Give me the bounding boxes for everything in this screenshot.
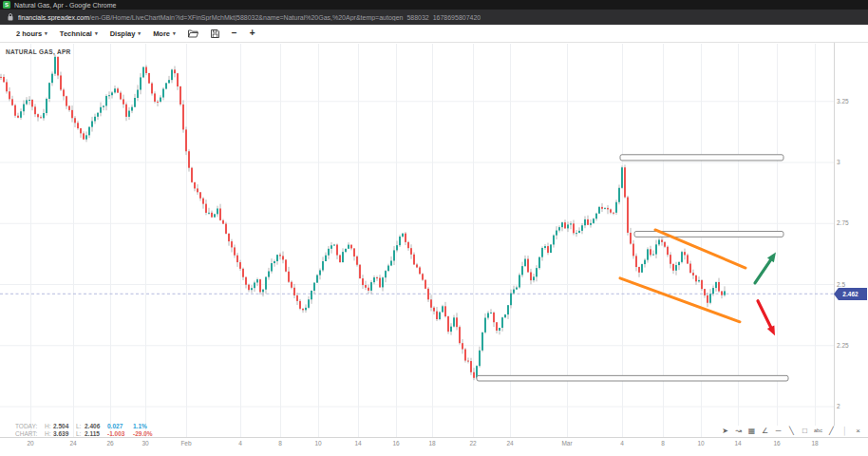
- candle: [271, 263, 273, 271]
- zoom-in-button[interactable]: +: [250, 28, 255, 38]
- candle: [464, 350, 466, 361]
- candle: [71, 110, 73, 118]
- candle: [658, 239, 660, 244]
- chart-toolbar: 2 hours▾Technical▾Display▾More▾ − +: [0, 25, 868, 43]
- bearish-arrow[interactable]: [758, 301, 775, 335]
- drawing-toolbar: ➤↝▦∠─╲□abc╱│×: [719, 426, 864, 437]
- candle: [162, 89, 164, 98]
- candle: [527, 259, 529, 273]
- curve-tool-icon[interactable]: ↝: [734, 428, 743, 435]
- candle: [197, 188, 198, 192]
- time-axis-label: 24: [69, 441, 76, 447]
- candle: [556, 231, 557, 236]
- candle: [573, 223, 575, 233]
- candle: [370, 282, 372, 291]
- bullish-arrow[interactable]: [755, 253, 776, 283]
- horizontal-line-tool-icon[interactable]: ─: [774, 428, 783, 435]
- candle: [43, 113, 45, 118]
- ray-tool-icon[interactable]: ╱: [827, 428, 836, 435]
- candle: [302, 309, 304, 311]
- price-chart-canvas[interactable]: [0, 44, 834, 437]
- candle: [160, 98, 161, 102]
- time-axis-label: 18: [811, 441, 818, 447]
- page-url[interactable]: financials.spreadex.com/en-GB/Home/LiveC…: [18, 14, 481, 21]
- time-axis-label: 14: [354, 441, 361, 447]
- cursor-tool-icon[interactable]: ➤: [721, 428, 729, 435]
- save-button[interactable]: [211, 29, 219, 38]
- candle: [407, 242, 409, 248]
- candle: [208, 213, 210, 214]
- candle: [664, 242, 666, 247]
- open-folder-button[interactable]: [188, 29, 198, 38]
- stats-row: CHART:H:3.639L:2.115-1.003-29.0%: [15, 430, 159, 438]
- chevron-down-icon: ▾: [45, 30, 47, 36]
- candle: [17, 116, 19, 118]
- delete-drawing-tool-icon[interactable]: ×: [854, 428, 862, 435]
- candle: [11, 99, 13, 104]
- trendline-tool-icon[interactable]: ╲: [787, 428, 796, 435]
- candle: [28, 100, 30, 101]
- stats-value: -29.0%: [133, 430, 159, 438]
- candle: [262, 290, 264, 293]
- candle: [593, 218, 594, 223]
- candle: [670, 255, 671, 264]
- candle: [368, 288, 369, 291]
- candle: [684, 252, 686, 255]
- candle: [350, 245, 352, 249]
- candle: [359, 265, 361, 278]
- angle-tool-icon[interactable]: ∠: [761, 428, 769, 435]
- current-price-badge: 2.462: [834, 288, 867, 300]
- interval-menu[interactable]: 2 hours▾: [16, 29, 47, 38]
- time-axis-label: 4: [238, 441, 242, 447]
- candle: [14, 105, 16, 116]
- candle: [516, 288, 518, 290]
- technical-menu[interactable]: Technical▾: [60, 29, 98, 38]
- candle: [217, 208, 218, 214]
- resistance-box[interactable]: [477, 375, 788, 381]
- resistance-box[interactable]: [620, 155, 783, 161]
- address-bar[interactable]: financials.spreadex.com/en-GB/Home/LiveC…: [0, 10, 868, 25]
- grid-tool-icon[interactable]: ▦: [747, 428, 756, 435]
- candle: [393, 250, 395, 260]
- chevron-down-icon: ▾: [95, 30, 98, 36]
- stats-value: L:: [76, 430, 85, 438]
- url-domain: financials.spreadex.com: [18, 14, 89, 21]
- candle: [607, 208, 609, 209]
- candle: [615, 202, 617, 213]
- candle: [165, 83, 167, 88]
- candle: [66, 96, 67, 105]
- candle: [83, 133, 85, 139]
- candle: [142, 67, 144, 78]
- candle: [536, 268, 538, 276]
- candle: [291, 282, 292, 288]
- candle: [442, 306, 443, 312]
- price-axis-label: 2.5: [837, 282, 845, 289]
- candle: [627, 198, 629, 233]
- time-axis-label: 30: [142, 441, 148, 447]
- candle: [40, 117, 42, 118]
- more-menu[interactable]: More▾: [153, 29, 176, 38]
- candle: [6, 82, 8, 91]
- candle: [305, 308, 307, 311]
- candle: [60, 75, 62, 89]
- candle: [171, 69, 173, 80]
- rectangle-tool-icon[interactable]: □: [801, 428, 809, 435]
- display-menu[interactable]: Display▾: [110, 29, 141, 38]
- candle: [322, 261, 324, 270]
- resistance-box[interactable]: [634, 231, 783, 237]
- candle: [630, 233, 632, 244]
- stats-value: 2.406: [85, 423, 107, 430]
- candle: [450, 327, 452, 332]
- candle: [120, 93, 122, 100]
- candle: [231, 241, 233, 247]
- candle: [561, 222, 563, 227]
- candle: [618, 188, 620, 202]
- candle: [473, 372, 475, 378]
- text-tool-icon[interactable]: abc: [814, 428, 822, 434]
- candle: [595, 214, 597, 218]
- candle: [396, 245, 398, 250]
- candle: [205, 204, 207, 213]
- stats-value: 2.504: [53, 423, 76, 430]
- candle: [100, 107, 102, 113]
- zoom-out-button[interactable]: −: [232, 28, 237, 38]
